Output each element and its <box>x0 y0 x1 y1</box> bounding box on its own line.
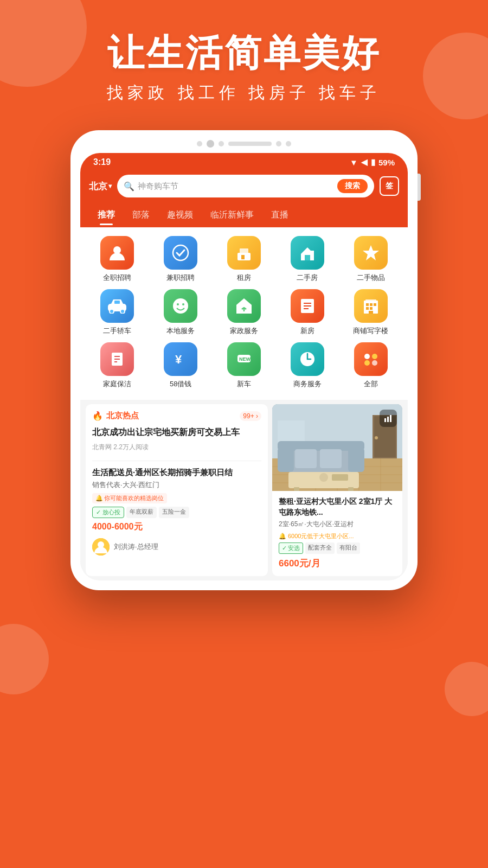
icon-new-car[interactable]: NEW 新车 <box>215 342 273 389</box>
commercial-label: 商铺写字楼 <box>353 326 388 336</box>
used-car-icon <box>100 289 134 323</box>
user-avatar <box>92 538 110 556</box>
search-input[interactable]: 神奇购车节 <box>138 181 334 192</box>
icon-fulltime-job[interactable]: 全职招聘 <box>88 236 146 283</box>
phone-top-bar <box>80 140 408 148</box>
camera-dot-1 <box>197 141 202 146</box>
local-service-label: 本地服务 <box>166 326 195 336</box>
camera-dot-2 <box>219 141 224 146</box>
sign-button[interactable]: 签 <box>380 176 399 196</box>
icon-rent[interactable]: 租房 <box>215 236 273 283</box>
icon-all[interactable]: 全部 <box>342 342 400 389</box>
phone-power-button <box>418 174 421 201</box>
svg-rect-25 <box>366 307 369 310</box>
loan-icon: ¥ <box>164 342 197 376</box>
property-price: 6600元/月 <box>279 557 396 570</box>
fulltime-job-label: 全职招聘 <box>103 273 131 283</box>
svg-rect-65 <box>348 487 354 491</box>
svg-rect-60 <box>278 441 364 451</box>
icon-business-service[interactable]: 商务服务 <box>278 342 337 389</box>
tab-video[interactable]: 趣视频 <box>158 204 202 227</box>
icon-parttime-job[interactable]: 兼职招聘 <box>151 236 210 283</box>
icon-row-1: 全职招聘 兼职招聘 租房 <box>80 236 408 289</box>
tab-live[interactable]: 直播 <box>262 204 297 227</box>
loan-label: 58借钱 <box>170 379 191 389</box>
icon-commercial[interactable]: 商铺写字楼 <box>342 289 400 336</box>
cards-area: 🔥 北京热点 99+ › 北京成功出让宗宅地买新房可交易上车 北青网 2.2万人 <box>80 400 408 580</box>
svg-point-13 <box>177 303 179 305</box>
svg-rect-70 <box>390 415 391 422</box>
bell-icon-property: 🔔 <box>279 533 286 540</box>
icon-used-car[interactable]: 二手轿车 <box>88 289 146 336</box>
svg-text:NEW: NEW <box>239 356 251 362</box>
icon-new-house[interactable]: 新房 <box>278 289 337 336</box>
commercial-icon <box>354 289 388 323</box>
news-arrow: › <box>256 412 258 420</box>
property-tag-安选: ✓ 安选 <box>279 542 303 554</box>
search-area: 北京 🔍 神奇购车节 搜索 签 <box>80 170 408 204</box>
news-job-card[interactable]: 🔥 北京热点 99+ › 北京成功出让宗宅地买新房可交易上车 北青网 2.2万人 <box>86 404 268 576</box>
all-label: 全部 <box>364 379 378 389</box>
new-car-label: 新车 <box>237 379 251 389</box>
check-icon-prop: ✓ <box>282 545 287 552</box>
svg-rect-68 <box>384 418 386 422</box>
svg-point-66 <box>319 473 328 482</box>
svg-point-36 <box>364 354 370 359</box>
property-card[interactable]: 整租·亚运村大屯里小区 2室1厅 大屯路东地铁... 2室·65㎡·大屯小区·亚… <box>272 404 402 576</box>
camera-lens <box>207 140 214 148</box>
icon-secondhand-goods[interactable]: 二手物品 <box>342 236 400 283</box>
new-house-icon <box>291 289 324 323</box>
property-chart-button[interactable] <box>380 410 397 427</box>
svg-point-46 <box>375 436 378 439</box>
business-service-label: 商务服务 <box>293 379 322 389</box>
svg-rect-22 <box>366 303 369 306</box>
svg-rect-62 <box>320 449 342 468</box>
hero-section: 让生活简单美好 找家政 找工作 找房子 找车子 <box>0 0 488 104</box>
bell-icon: 🔔 <box>95 495 103 502</box>
tab-local-news[interactable]: 临沂新鲜事 <box>202 204 262 227</box>
icon-loan[interactable]: ¥ 58借钱 <box>151 342 210 389</box>
home-service-label: 家政服务 <box>230 326 258 336</box>
svg-marker-7 <box>363 245 379 260</box>
phone-screen: 3:19 ▼ ◀ ▮ 59% 北京 🔍 神奇购车节 搜索 签 <box>80 153 408 580</box>
icon-row-2: 二手轿车 本地服务 家政服务 <box>80 289 408 342</box>
search-box[interactable]: 🔍 神奇购车节 搜索 <box>117 175 374 197</box>
job-card[interactable]: 生活配送员·通州区长期招骑手兼职日结 销售代表·大兴·西红门 🔔 你可能喜欢的精… <box>92 461 261 556</box>
svg-text:¥: ¥ <box>175 353 182 366</box>
job-tag-五险一金: 五险一金 <box>159 507 189 518</box>
icon-home-service[interactable]: 家政服务 <box>215 289 273 336</box>
svg-point-39 <box>372 360 377 366</box>
tab-community[interactable]: 部落 <box>124 204 158 227</box>
icon-local-service[interactable]: 本地服务 <box>151 289 210 336</box>
business-service-icon <box>291 342 324 376</box>
news-count-badge: 99+ › <box>240 411 261 421</box>
svg-point-14 <box>182 303 184 305</box>
new-car-icon: NEW <box>227 342 261 376</box>
icon-cleaning[interactable]: 家庭保洁 <box>88 342 146 389</box>
rent-label: 租房 <box>237 273 251 283</box>
search-button[interactable]: 搜索 <box>337 179 368 193</box>
nav-tabs: 推荐 部落 趣视频 临沂新鲜事 直播 <box>80 204 408 227</box>
svg-rect-69 <box>387 417 389 422</box>
svg-rect-67 <box>332 474 348 481</box>
city-selector[interactable]: 北京 <box>89 180 112 193</box>
news-meta: 北青网 2.2万人阅读 <box>92 443 261 452</box>
new-house-label: 新房 <box>300 326 314 336</box>
icon-grid: 全职招聘 兼职招聘 租房 <box>80 227 408 400</box>
status-time: 3:19 <box>93 157 111 167</box>
home-service-icon <box>227 289 261 323</box>
svg-rect-61 <box>295 449 317 468</box>
user-row: 刘洪涛·总经理 <box>92 538 261 556</box>
job-tags-row: ✓ 放心投 年底双薪 五险一金 <box>92 507 261 518</box>
secondhand-goods-label: 二手物品 <box>357 273 385 283</box>
icon-secondhand-house[interactable]: 二手房 <box>278 236 337 283</box>
svg-rect-21 <box>365 299 376 303</box>
news-section-label: 北京热点 <box>106 411 139 421</box>
tab-recommend[interactable]: 推荐 <box>89 204 124 227</box>
fire-icon: 🔥 <box>92 411 103 421</box>
job-title: 生活配送员·通州区长期招骑手兼职日结 <box>92 467 261 478</box>
phone-mockup: 3:19 ▼ ◀ ▮ 59% 北京 🔍 神奇购车节 搜索 签 <box>70 130 418 590</box>
property-detail: 2室·65㎡·大屯小区·亚运村 <box>279 520 396 529</box>
cleaning-label: 家庭保洁 <box>103 379 131 389</box>
sensor-dot-2 <box>286 141 291 146</box>
